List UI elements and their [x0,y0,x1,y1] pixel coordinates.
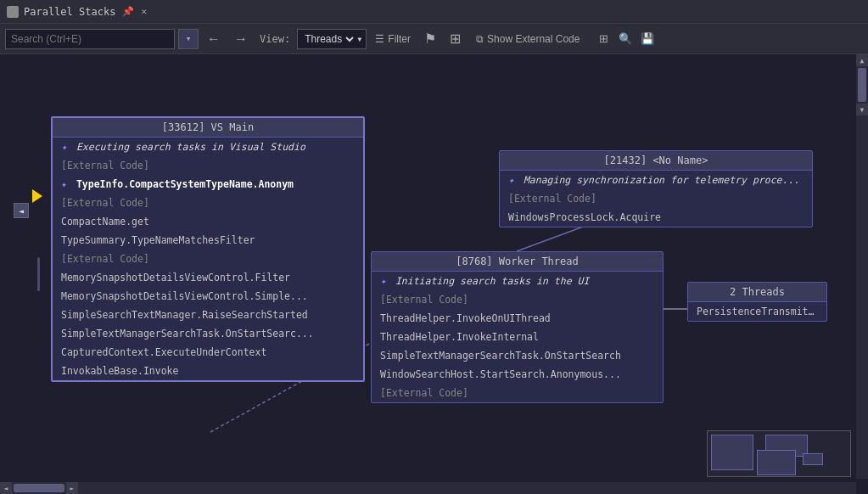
stack-frame: ✦ Executing search tasks in Visual Studi… [53,138,363,156]
stack-frame: [External Code] [53,194,363,212]
save-button[interactable]: 💾 [637,29,658,49]
scroll-thumb-vertical[interactable] [858,68,866,102]
stack-frame: CapturedContext.ExecuteUnderContext [53,343,363,362]
stack-header-2threads: 2 Threads [688,283,826,302]
view-select[interactable]: Threads Tasks [301,32,356,46]
stack-frame: CompactName.get [53,212,363,231]
view-select-wrap[interactable]: Threads Tasks ▾ [297,29,367,49]
vertical-scrollbar[interactable]: ▲ ▼ [856,54,868,479]
layout-icon-button[interactable]: ⊞ [445,29,466,49]
scroll-left-button[interactable]: ◄ [0,482,12,494]
mini-stack-1 [711,435,753,470]
horizontal-scrollbar[interactable]: ◄ ► [0,482,856,494]
show-external-icon: ⧉ [476,33,484,45]
thread-icon4: ✦ [380,273,386,289]
window-title: Parallel Stacks [24,6,115,18]
mini-stack-3 [757,450,796,475]
flag-button[interactable]: ⚑ [419,29,441,49]
title-bar: Parallel Stacks 📌 ✕ [0,0,868,24]
stack-frame: [External Code] [500,189,812,208]
search-box[interactable] [5,29,175,49]
stack-frame: [External Code] [53,156,363,175]
stack-frame: WindowSearchHost.StartSearch.Anonymous..… [372,365,663,384]
filter-label: Filter [388,33,411,45]
stack-frame: SimpleTextManagerSearchTask.OnStartSearc… [53,324,363,343]
stack-vs-main[interactable]: [33612] VS Main ✦ Executing search tasks… [51,116,365,382]
stack-frame: [External Code] [53,250,363,268]
search-input[interactable] [11,33,130,45]
stack-frame: WindowsProcessLock.Acquire [500,208,812,227]
stack-2threads[interactable]: 2 Threads PersistenceTransmitte [687,282,827,322]
stack-frame: InvokableBase.Invoke [53,362,363,380]
view-select-arrow: ▾ [356,33,362,45]
pin-button[interactable]: 📌 [122,6,134,17]
thread-icon3: ✦ [508,172,514,188]
view-label: View: [260,33,290,45]
scroll-right-button[interactable]: ► [66,482,78,494]
stack-header-vsmain: [33612] VS Main [53,118,363,138]
back-button[interactable]: ← [202,29,226,49]
zoom-button[interactable]: 🔍 [615,29,636,49]
stack-frame: ThreadHelper.InvokeOnUIThread [372,309,663,328]
mini-stack-4 [803,453,823,465]
stack-frame: [External Code] [372,290,663,309]
resize-handle[interactable] [34,54,42,494]
stack-header-worker: [8768] Worker Thread [372,252,663,272]
thread-icon2: ✦ [61,177,67,192]
scroll-up-button[interactable]: ▲ [856,54,868,66]
main-canvas: ◄ [33612] VS Main ✦ Executing search tas… [0,54,868,494]
stack-frame: SimpleTextManagerSearchTask.OnStartSearc… [372,346,663,365]
close-button[interactable]: ✕ [141,6,147,17]
stack-frame: MemorySnapshotDetailsViewControl.Simple.… [53,287,363,306]
view-mode-group: ⊞ 🔍 💾 [593,29,658,49]
collapse-panel-button[interactable]: ◄ [14,203,29,218]
filter-icon: ☰ [375,33,384,45]
mini-map-inner [708,431,850,476]
stack-frame: [External Code] [372,384,663,402]
stack-frame: MemorySnapshotDetailsViewControl.Filter [53,268,363,287]
thread-icon: ✦ [61,139,67,154]
toolbar: ▾ ← → View: Threads Tasks ▾ ☰ Filter ⚑ ⊞… [0,24,868,54]
stack-frame: TypeSummary.TypeNameMatchesFilter [53,231,363,250]
stack-frame: ✦ Managing synchronization for telemetry… [500,171,812,189]
stack-no-name[interactable]: [21432] <No Name> ✦ Managing synchroniza… [499,150,813,227]
filter-button[interactable]: ☰ Filter [370,29,416,49]
search-dropdown-button[interactable]: ▾ [178,29,199,49]
stack-frame: ThreadHelper.InvokeInternal [372,328,663,346]
stack-frame: ✦ TypeInfo.CompactSystemTypeName.Anonym [53,175,363,194]
mini-map [707,430,851,477]
show-external-button[interactable]: ⧉ Show External Code [469,29,586,49]
window-icon [7,6,19,18]
stack-frame: PersistenceTransmitte [688,302,826,321]
grid-view-button[interactable]: ⊞ [593,29,613,49]
stack-frame: SimpleSearchTextManager.RaiseSearchStart… [53,306,363,324]
forward-button[interactable]: → [229,29,253,49]
scroll-down-button[interactable]: ▼ [856,104,868,115]
stack-header-noname: [21432] <No Name> [500,151,812,171]
show-external-label: Show External Code [487,33,580,45]
stack-worker-thread[interactable]: [8768] Worker Thread ✦ Initiating search… [371,251,664,403]
stack-frame: ✦ Initiating search tasks in the UI [372,272,663,290]
